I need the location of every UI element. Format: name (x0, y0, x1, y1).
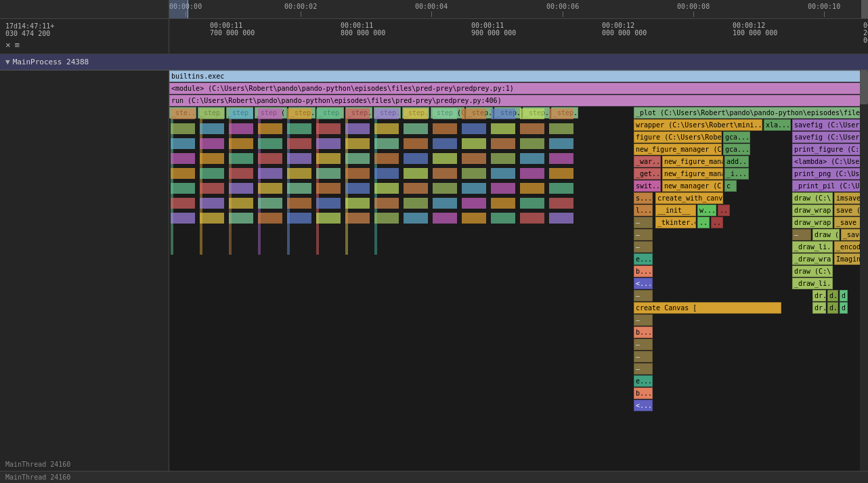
step-indicator[interactable] (491, 168, 515, 179)
scrollbar-thumb[interactable] (860, 70, 868, 104)
flame-block[interactable]: __init__ (C:\... (655, 205, 696, 216)
step-indicator[interactable] (229, 198, 253, 209)
flame-block[interactable]: ... (697, 217, 710, 228)
step-indicator[interactable] (258, 108, 282, 119)
step-indicator[interactable] (404, 183, 428, 194)
step-indicator[interactable] (520, 153, 544, 164)
flame-block[interactable]: xla... (764, 119, 791, 131)
step-indicator[interactable] (491, 138, 515, 149)
flame-block[interactable]: l... (634, 205, 653, 216)
flame-block[interactable]: — (634, 229, 653, 240)
flame-block[interactable]: draw (C:\... (812, 229, 840, 240)
step-indicator[interactable] (549, 153, 573, 164)
step-indicator[interactable] (200, 213, 224, 224)
step-indicator[interactable] (404, 108, 428, 119)
step-indicator[interactable] (433, 138, 457, 149)
step-indicator[interactable] (258, 138, 282, 149)
step-indicator[interactable] (345, 123, 370, 134)
timeline-ruler[interactable]: 00:00:0000:00:0200:00:0400:00:0600:00:08… (169, 0, 868, 18)
step-indicator[interactable] (200, 198, 224, 209)
step-indicator[interactable] (433, 168, 457, 179)
step-indicator[interactable] (462, 213, 486, 224)
step-indicator[interactable] (258, 123, 282, 134)
step-indicator[interactable] (200, 138, 224, 149)
step-indicator[interactable] (462, 108, 486, 119)
step-indicator[interactable] (229, 183, 253, 194)
flame-block[interactable]: — (634, 217, 653, 228)
flame-block[interactable]: dr... (812, 302, 826, 314)
step-indicator[interactable] (316, 168, 341, 179)
step-indicator[interactable] (229, 213, 253, 224)
step-indicator[interactable] (374, 213, 399, 224)
flame-block[interactable]: — (634, 290, 653, 301)
flame-block[interactable]: create Canvas [ (634, 302, 781, 314)
step-indicator[interactable] (491, 198, 515, 209)
flame-block[interactable]: _get... (634, 168, 661, 180)
step-indicator[interactable] (404, 138, 428, 149)
step-indicator[interactable] (345, 213, 370, 224)
flame-block[interactable]: <module> (C:\Users\Robert\pando\pando-py… (169, 83, 868, 94)
flame-block[interactable]: savefig (C:\Users\Rob... (792, 131, 868, 143)
step-indicator[interactable] (316, 153, 341, 164)
step-indicator[interactable] (258, 153, 282, 164)
flame-block[interactable]: s... (634, 192, 653, 204)
flame-block[interactable]: draw_wrap... (792, 217, 833, 228)
flame-block[interactable]: figure (C:\Users\Robert\minic... (634, 131, 722, 143)
step-indicator[interactable] (549, 168, 573, 179)
step-indicator[interactable] (520, 198, 544, 209)
flame-block[interactable]: add... (724, 156, 749, 167)
flame-block[interactable]: <... (634, 278, 653, 289)
step-indicator[interactable] (171, 213, 195, 224)
flame-block[interactable]: dr... (812, 290, 826, 301)
step-indicator[interactable] (374, 123, 399, 134)
step-indicator[interactable] (171, 108, 195, 119)
flame-block[interactable]: wrapper (C:\Users\Robert\mini... (634, 119, 762, 131)
flame-block[interactable]: d... (827, 302, 838, 314)
step-indicator[interactable] (520, 108, 544, 119)
flamegraph-main[interactable]: builtins.exec<module> (C:\Users\Robert\p… (169, 70, 868, 471)
flame-block[interactable]: e... (634, 253, 653, 265)
step-indicator[interactable] (171, 198, 195, 209)
flame-block[interactable]: _draw_li... (792, 278, 833, 289)
step-indicator[interactable] (404, 213, 428, 224)
flame-block[interactable]: — (634, 314, 653, 326)
flame-block[interactable]: — (634, 351, 653, 362)
flame-block[interactable]: <lambda> (C:\Users\Ro... (792, 156, 868, 167)
step-indicator[interactable] (171, 168, 195, 179)
flame-block[interactable]: new_manager (C:\Users\... (662, 180, 723, 192)
flame-block[interactable]: — (634, 363, 653, 375)
step-indicator[interactable] (520, 213, 544, 224)
flame-block[interactable]: — (792, 229, 811, 240)
step-indicator[interactable] (316, 108, 341, 119)
step-indicator[interactable] (316, 138, 341, 149)
flame-block[interactable]: ... (711, 217, 723, 228)
step-indicator[interactable] (404, 153, 428, 164)
step-indicator[interactable] (374, 153, 399, 164)
step-indicator[interactable] (200, 168, 224, 179)
step-indicator[interactable] (404, 168, 428, 179)
step-indicator[interactable] (520, 138, 544, 149)
step-indicator[interactable] (462, 168, 486, 179)
step-indicator[interactable] (549, 123, 573, 134)
flame-block[interactable]: new_figure_manager_giv... (662, 168, 723, 180)
step-indicator[interactable] (200, 183, 224, 194)
step-indicator[interactable] (171, 183, 195, 194)
flame-block[interactable]: _plot (C:\Users\Robert\pando\pando-pytho… (634, 107, 868, 119)
flame-block[interactable]: builtins.exec (169, 70, 868, 82)
step-indicator[interactable] (287, 168, 311, 179)
step-indicator[interactable] (171, 138, 195, 149)
step-indicator[interactable] (374, 168, 399, 179)
step-indicator[interactable] (345, 183, 370, 194)
step-indicator[interactable] (229, 138, 253, 149)
flame-block[interactable]: _tkinter.crea... (655, 217, 696, 228)
step-indicator[interactable] (374, 108, 399, 119)
flame-block[interactable]: _print_pil (C:\Users\... (792, 180, 868, 192)
step-indicator[interactable] (520, 123, 544, 134)
step-indicator[interactable] (345, 168, 370, 179)
step-indicator[interactable] (200, 153, 224, 164)
step-indicator[interactable] (229, 123, 253, 134)
step-indicator[interactable] (345, 153, 370, 164)
step-indicator[interactable] (345, 138, 370, 149)
step-indicator[interactable] (374, 183, 399, 194)
step-indicator[interactable] (549, 108, 573, 119)
